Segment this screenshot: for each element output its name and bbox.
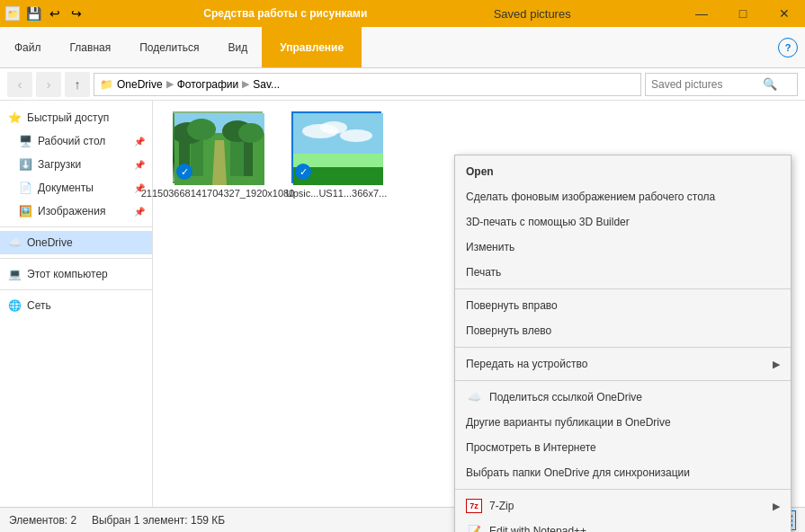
ctx-onedrive-view[interactable]: Просмотреть в Интернете [455,435,791,460]
breadcrumb-current[interactable]: Sav... [253,78,280,91]
star-icon: ⭐ [7,111,22,125]
sidebar-label-documents: Документы [38,182,94,194]
save-qat-btn[interactable]: 💾 [23,4,43,23]
file-thumb-2: ✓ [291,111,381,183]
ctx-print[interactable]: Печать [455,260,791,285]
sidebar-item-network[interactable]: 🌐 Сеть [0,294,152,317]
ribbon-tab-home[interactable]: Главная [56,27,126,67]
ctx-onedrive-folders[interactable]: Выбрать папки OneDrive для синхронизации [455,460,791,485]
quick-access-toolbar: 💾 ↩ ↪ [23,4,86,23]
ctx-cast-left: Передать на устройство [466,358,587,370]
sidebar-label-onedrive: OneDrive [27,236,73,249]
sidebar-item-documents[interactable]: 📄 Документы 📌 [0,176,152,200]
sidebar-divider2 [0,258,152,259]
computer-icon: 💻 [7,267,22,281]
notepad-icon: 📝 [466,523,482,532]
ctx-rotate-right-label: Повернуть вправо [466,299,558,312]
sidebar-item-images[interactable]: 🖼️ Изображения 📌 [0,200,152,223]
ctx-print-label: Печать [466,266,501,279]
ribbon-right: ? [778,27,805,67]
ctx-edit-label: Изменить [466,241,514,253]
ctx-7zip[interactable]: 7z 7-Zip ▶ [455,493,791,519]
ctx-notepad-label: Edit with Notepad++ [489,525,586,532]
close-button[interactable]: ✕ [764,0,805,27]
maximize-button[interactable]: □ [722,0,764,27]
status-selected-text: Выбран 1 элемент: 159 КБ [92,514,225,527]
breadcrumb-onedrive[interactable]: OneDrive [117,78,163,91]
title-bar-left: 📁 💾 ↩ ↪ [0,4,86,23]
ctx-edit[interactable]: Изменить [455,235,791,260]
ctx-set-wallpaper[interactable]: Сделать фоновым изображением рабочего ст… [455,184,791,209]
undo-qat-btn[interactable]: ↩ [45,4,65,23]
status-count-text: Элементов: 2 [9,514,76,527]
sidebar-label-thispc: Этот компьютер [27,268,108,280]
ctx-notepad[interactable]: 📝 Edit with Notepad++ [455,519,791,532]
ctx-onedrive-publish[interactable]: Другие варианты публикации в OneDrive [455,410,791,435]
window-title: Saved pictures [485,7,580,21]
up-button[interactable]: ↑ [65,72,90,97]
search-icon: 🔍 [763,77,777,91]
ctx-3dprint-label: 3D-печать с помощью 3D Builder [466,216,630,228]
ctx-onedrive-folders-label: Выбрать папки OneDrive для синхронизации [466,466,690,479]
file-item-1[interactable]: ✓ 211503668141704327_1920x1080 [164,111,272,200]
ctx-onedrive-publish-label: Другие варианты публикации в OneDrive [466,416,671,429]
pin-icon-images: 📌 [134,207,145,217]
search-input[interactable] [651,78,759,91]
ctx-rotate-left[interactable]: Повернуть влево [455,318,791,343]
sidebar-item-desktop[interactable]: 🖥️ Рабочий стол 📌 [0,129,152,153]
breadcrumb-sep2: ▶ [242,78,249,90]
cloud-icon: ☁️ [466,389,482,405]
back-button[interactable]: ‹ [7,72,32,97]
sidebar-label-images: Изображения [38,205,105,217]
sidebar-item-quickaccess[interactable]: ⭐ Быстрый доступ [0,106,152,129]
pin-icon-desktop: 📌 [134,137,145,146]
sidebar-divider3 [0,289,152,290]
main-area: ⭐ Быстрый доступ 🖥️ Рабочий стол 📌 ⬇️ За… [0,101,805,507]
search-box[interactable]: 🔍 [645,73,798,96]
sidebar: ⭐ Быстрый доступ 🖥️ Рабочий стол 📌 ⬇️ За… [0,101,153,507]
help-button[interactable]: ? [778,38,798,58]
ctx-7zip-label: 7-Zip [489,500,514,512]
ctx-onedrive-share-label: Поделиться ссылкой OneDrive [489,391,642,403]
ctx-7zip-left: 7z 7-Zip [466,499,514,513]
forward-button[interactable]: › [36,72,61,97]
redo-qat-btn[interactable]: ↪ [67,4,86,23]
breadcrumb-sep1: ▶ [166,78,174,90]
ribbon-tab-share[interactable]: Поделиться [125,27,213,67]
breadcrumb[interactable]: 📁 OneDrive ▶ Фотографии ▶ Sav... [94,73,641,96]
ctx-cast-label: Передать на устройство [466,358,587,370]
sidebar-item-onedrive[interactable]: ☁️ OneDrive [0,231,152,254]
network-icon: 🌐 [7,298,22,313]
sidebar-item-thispc[interactable]: 💻 Этот компьютер [0,262,152,286]
file-check-2: ✓ [295,164,311,180]
sidebar-label-quickaccess: Быстрый доступ [27,111,109,124]
onedrive-icon: ☁️ [7,235,22,250]
pin-icon-downloads: 📌 [134,160,145,170]
ctx-3dprint[interactable]: 3D-печать с помощью 3D Builder [455,209,791,235]
download-icon: ⬇️ [18,157,32,172]
ctx-onedrive-share[interactable]: ☁️ Поделиться ссылкой OneDrive [455,385,791,410]
ctx-set-wallpaper-label: Сделать фоновым изображением рабочего ст… [466,191,715,203]
ribbon-tab-manage[interactable]: Управление [262,27,362,67]
ctx-7zip-arrow: ▶ [773,501,780,512]
minimize-button[interactable]: — [681,0,722,27]
ctx-cast[interactable]: Передать на устройство ▶ [455,351,791,377]
tab-tools[interactable]: Средства работы с рисунками [187,0,383,27]
context-menu: Open Сделать фоновым изображением рабоче… [454,155,792,532]
image-icon: 🖼️ [18,204,32,218]
sidebar-item-downloads[interactable]: ⬇️ Загрузки 📌 [0,153,152,176]
file-item-2[interactable]: ✓ Upsic...US11...366x7... [282,111,390,200]
ribbon-tab-view[interactable]: Вид [213,27,262,67]
ctx-sep4 [455,489,791,490]
breadcrumb-photos[interactable]: Фотографии [177,78,239,91]
ctx-sep2 [455,347,791,348]
file-thumb-1: ✓ [173,111,263,183]
ctx-rotate-right[interactable]: Повернуть вправо [455,293,791,318]
file-area: ✓ 211503668141704327_1920x1080 ✓ Upsic..… [153,101,805,507]
ribbon-tab-file[interactable]: Файл [0,27,56,67]
window-controls: — □ ✕ [681,0,805,27]
ctx-open[interactable]: Open [455,159,791,184]
file-check-1: ✓ [176,164,192,180]
ribbon-tabs-top: Средства работы с рисунками [187,0,383,27]
nav-bar: ‹ › ↑ 📁 OneDrive ▶ Фотографии ▶ Sav... 🔍 [0,68,805,101]
